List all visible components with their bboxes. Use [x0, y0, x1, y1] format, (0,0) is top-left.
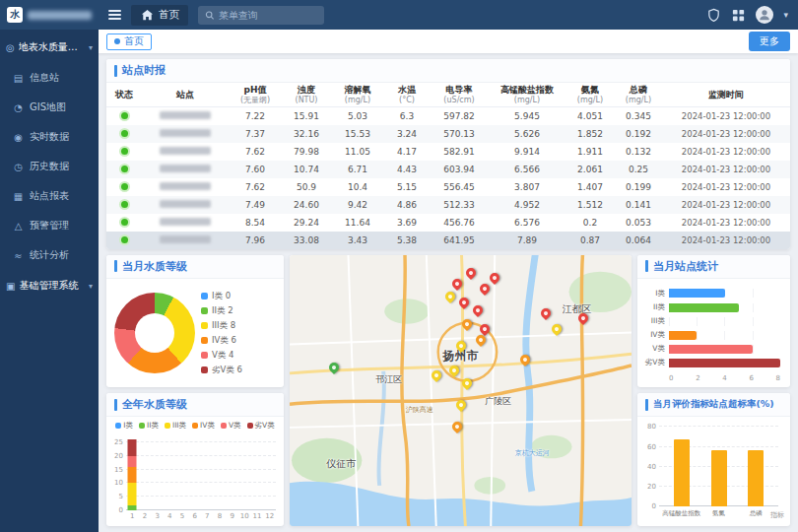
- search-icon: [205, 10, 215, 21]
- value-cell: 582.91: [430, 143, 489, 161]
- x-tick-label: 5: [180, 512, 184, 520]
- sidebar-item-label: 预警管理: [30, 219, 69, 233]
- map-marker[interactable]: [539, 306, 553, 320]
- sidebar-item-gis-map[interactable]: ◔GIS地图: [0, 93, 99, 122]
- tab-home[interactable]: 首页: [106, 33, 152, 50]
- gridline: 0: [126, 509, 276, 510]
- home-nav[interactable]: 首页: [131, 5, 188, 26]
- search-input[interactable]: [219, 10, 317, 21]
- table-header-row: 状态站点pH值(无量纲)浊度(NTU)溶解氧(mg/L)水温(°C)电导率(uS…: [106, 83, 790, 107]
- map-marker[interactable]: [446, 364, 460, 377]
- map-marker[interactable]: [457, 296, 471, 309]
- map-area-label: 广陵区: [485, 395, 511, 408]
- value-cell: 50.9: [282, 178, 331, 196]
- column-unit: (°C): [385, 96, 429, 105]
- table-row[interactable]: 7.9633.083.435.38641.957.890.870.0642024…: [106, 232, 790, 249]
- value-cell: 3.43: [331, 232, 384, 249]
- more-button[interactable]: 更多: [749, 32, 790, 51]
- sidebar-item-realtime-data[interactable]: ◉实时数据: [0, 122, 99, 152]
- value-cell: 7.62: [229, 178, 282, 196]
- sidebar-item-info-station[interactable]: ▤信息站: [0, 63, 99, 93]
- legend-item[interactable]: IV类: [192, 421, 215, 431]
- caret-down-icon[interactable]: ▾: [783, 10, 788, 20]
- map-marker[interactable]: [430, 368, 443, 382]
- table-row[interactable]: 7.6250.910.45.15556.453.8071.4070.199202…: [106, 178, 790, 196]
- column-name: 氨氮: [566, 85, 614, 96]
- gridline: 25: [126, 441, 276, 442]
- badge-shield-icon[interactable]: [706, 8, 721, 23]
- value-cell: 0.053: [615, 214, 662, 232]
- legend-item[interactable]: 劣V类: [247, 421, 275, 431]
- sidebar-item-station-report[interactable]: ▦站点报表: [0, 181, 99, 211]
- site-cell: [142, 178, 229, 196]
- sidebar-section-base[interactable]: ▣ 基础管理系统 ▾: [0, 270, 99, 301]
- map-marker[interactable]: [550, 322, 564, 336]
- map-marker[interactable]: [450, 277, 464, 291]
- legend-item[interactable]: I类 0: [201, 291, 280, 302]
- map-marker[interactable]: [460, 376, 474, 390]
- search-box[interactable]: [198, 6, 324, 25]
- sidebar-item-statistics[interactable]: ≈统计分析: [0, 240, 99, 270]
- alert-management-icon: △: [13, 221, 24, 232]
- sidebar-section-monitoring[interactable]: ◎ 地表水质量监测系统 ▾: [0, 32, 99, 63]
- map-panel[interactable]: 扬州市邗江区广陵区江都区仪征市沪陕高速京杭大运河: [290, 255, 632, 526]
- hbar-row: V类: [641, 344, 780, 354]
- apps-grid-icon[interactable]: [731, 8, 746, 23]
- sidebar-item-history-data[interactable]: ◷历史数据: [0, 152, 99, 181]
- title-accent-bar: [645, 399, 648, 411]
- legend-item[interactable]: III类: [165, 421, 186, 431]
- hamburger-icon[interactable]: [108, 10, 121, 20]
- column-name: pH值: [230, 85, 281, 96]
- site-cell: [142, 196, 229, 214]
- map-marker[interactable]: [327, 361, 341, 374]
- value-cell: 603.94: [430, 161, 489, 178]
- legend-item[interactable]: I类: [115, 421, 133, 431]
- map-marker[interactable]: [518, 353, 532, 366]
- value-cell: 10.4: [331, 178, 384, 196]
- table-row[interactable]: 7.6010.746.714.43603.946.5662.0610.25202…: [106, 161, 790, 178]
- legend-label: 劣V类: [255, 421, 275, 431]
- chevron-down-icon: ▾: [89, 43, 93, 52]
- table-row[interactable]: 7.3732.1615.533.24570.135.6261.8520.1922…: [106, 125, 790, 143]
- value-cell: 0.064: [615, 232, 662, 249]
- value-cell: 32.16: [282, 125, 331, 143]
- map-marker[interactable]: [471, 303, 485, 317]
- dashboard-grid: 当月水质等级 I类 0II类 2III类 8IV类 6V类 4劣V类 6 全年水…: [106, 255, 790, 526]
- column-unit: (uS/cm): [431, 96, 488, 105]
- map-marker[interactable]: [488, 271, 501, 285]
- map-marker[interactable]: [478, 282, 492, 296]
- legend-item[interactable]: IV类 6: [201, 335, 280, 347]
- value-cell: 4.86: [384, 196, 430, 214]
- map-marker[interactable]: [464, 266, 478, 280]
- legend-item[interactable]: V类 4: [201, 350, 280, 362]
- y-tick-label: 60: [643, 443, 656, 451]
- table-row[interactable]: 7.6279.9811.054.17582.919.9141.9110.1322…: [106, 143, 790, 161]
- map-marker[interactable]: [450, 420, 464, 433]
- value-cell: 1.407: [565, 178, 615, 196]
- table-row[interactable]: 7.2215.915.036.3597.825.9454.0510.345202…: [106, 107, 790, 125]
- map-marker[interactable]: [443, 290, 457, 303]
- year-grade-chart: 0510152025123456789101112: [126, 436, 276, 510]
- table-row[interactable]: 8.5429.2411.643.69456.766.5760.20.053202…: [106, 214, 790, 232]
- map-marker[interactable]: [453, 398, 467, 412]
- map-marker[interactable]: [460, 317, 474, 331]
- sidebar-item-alert-management[interactable]: △预警管理: [0, 211, 99, 240]
- station-report-title: 站点时报: [122, 63, 166, 78]
- legend-label: 劣V类 6: [212, 365, 242, 376]
- status-ok-dot: [121, 130, 128, 137]
- value-cell: 6.566: [489, 161, 565, 178]
- legend-item[interactable]: II类 2: [201, 305, 280, 317]
- column-name: 高锰酸盐指数: [490, 85, 565, 96]
- avatar[interactable]: [756, 6, 773, 24]
- site-name-redacted: [160, 200, 211, 208]
- legend-item[interactable]: 劣V类 6: [201, 365, 280, 376]
- legend-item[interactable]: III类 8: [201, 320, 280, 332]
- legend-item[interactable]: V类: [221, 421, 241, 431]
- x-tick-label: 1: [130, 512, 134, 520]
- month-station-card: 当月站点统计 I类II类III类IV类V类劣V类 02468: [637, 255, 790, 388]
- y-tick-label: 25: [110, 438, 123, 446]
- table-row[interactable]: 7.4924.609.424.86512.334.9521.5120.14120…: [106, 196, 790, 214]
- legend-item[interactable]: II类: [139, 421, 159, 431]
- legend-dot: [201, 352, 208, 359]
- map-marker[interactable]: [474, 333, 488, 347]
